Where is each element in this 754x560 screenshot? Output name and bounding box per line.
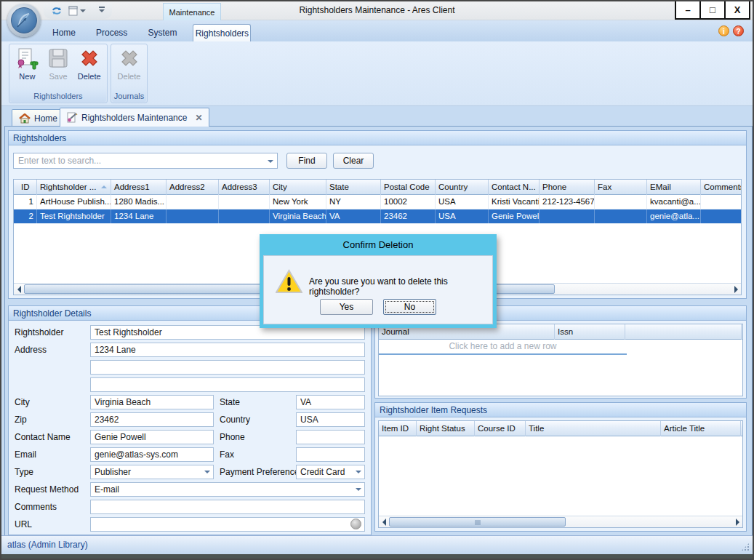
ribbon-group-rightsholders: New Save Delete Rightshold <box>9 44 108 103</box>
chevron-down-icon[interactable] <box>356 471 361 476</box>
delete-x-icon <box>78 47 101 70</box>
no-button[interactable]: No <box>383 299 436 315</box>
table-cell <box>219 209 270 224</box>
fax-field[interactable] <box>296 447 365 462</box>
save-button[interactable]: Save <box>44 47 73 90</box>
refresh-icon[interactable] <box>51 6 63 16</box>
request-method-label: Request Method <box>15 482 79 497</box>
tab-home[interactable]: Home <box>12 109 65 127</box>
request-method-combobox[interactable] <box>90 482 365 497</box>
add-new-row[interactable]: Click here to add a new row <box>379 340 627 353</box>
url-field[interactable] <box>90 517 365 532</box>
new-button[interactable]: New <box>12 47 42 90</box>
yes-button[interactable]: Yes <box>320 299 373 315</box>
scroll-right-icon[interactable] <box>732 517 742 527</box>
title-bar: Rightsholders Maintenance - Ares Client … <box>1 1 753 20</box>
tab-rightsholders-maintenance[interactable]: Rightsholders Maintenance ✕ <box>60 108 209 127</box>
ares-bow-logo-icon <box>11 7 37 33</box>
column-header[interactable]: Country <box>436 180 489 195</box>
grid-header-row: IDRightsholder ...Address1Address2Addres… <box>14 180 741 195</box>
phone-field[interactable] <box>296 430 365 444</box>
help-icon[interactable]: ? <box>733 25 744 36</box>
email-field[interactable] <box>90 447 214 462</box>
zip-field[interactable] <box>90 412 214 427</box>
column-header[interactable]: Right Status <box>417 421 475 436</box>
info-icon[interactable]: i <box>718 25 729 36</box>
country-label: Country <box>220 412 250 427</box>
scroll-left-icon[interactable] <box>379 517 389 527</box>
request-method-field[interactable] <box>90 482 365 497</box>
search-input[interactable] <box>14 153 277 168</box>
search-combobox[interactable] <box>13 153 278 169</box>
column-header[interactable]: Phone <box>540 180 595 195</box>
ribbon-group-journals: Delete Journals <box>111 44 148 103</box>
ribbon-tab-home[interactable]: Home <box>42 24 86 41</box>
table-row[interactable]: 1ArtHouse Publish...1280 Madis...New Yor… <box>14 195 741 209</box>
horizontal-scrollbar[interactable] <box>379 516 742 527</box>
column-header[interactable]: EMail <box>647 180 701 195</box>
delete-rightsholder-button[interactable]: Delete <box>74 47 104 90</box>
table-cell <box>540 209 595 224</box>
payment-preference-combobox[interactable] <box>296 465 365 479</box>
chevron-down-icon[interactable] <box>356 488 361 494</box>
comments-field[interactable] <box>90 500 365 514</box>
city-field[interactable] <box>90 395 214 409</box>
state-label: State <box>220 395 240 409</box>
state-field[interactable] <box>296 395 365 409</box>
column-header[interactable]: Fax <box>595 180 647 195</box>
column-header[interactable]: ID <box>18 180 37 195</box>
chevron-down-icon[interactable] <box>268 160 273 166</box>
scroll-right-icon[interactable] <box>731 284 741 295</box>
delete-journal-button[interactable]: Delete <box>114 47 144 90</box>
window-title: Rightsholders Maintenance - Ares Client <box>1 5 753 15</box>
maximize-button[interactable]: □ <box>699 1 726 20</box>
application-menu-button[interactable] <box>7 4 41 37</box>
column-header[interactable]: Address1 <box>111 180 167 195</box>
minimize-button[interactable]: – <box>675 1 701 20</box>
column-header[interactable]: Title <box>526 421 661 436</box>
customize-qat-icon[interactable] <box>99 7 105 15</box>
type-combobox[interactable] <box>90 465 214 479</box>
ribbon-tab-process[interactable]: Process <box>86 24 137 41</box>
table-cell: USA <box>436 209 489 224</box>
column-header[interactable]: Address2 <box>167 180 219 195</box>
column-header[interactable]: City <box>270 180 326 195</box>
close-button[interactable]: X <box>724 1 750 20</box>
table-cell: 1 <box>18 195 37 209</box>
column-header[interactable]: Course ID <box>475 421 526 436</box>
rightsholder-maintenance-icon <box>67 112 78 123</box>
column-header[interactable]: Contact N... <box>489 180 540 195</box>
column-header[interactable] <box>625 324 742 340</box>
new-item-button[interactable] <box>68 6 86 16</box>
chevron-down-icon[interactable] <box>204 471 210 476</box>
column-header[interactable]: Article Title <box>661 421 741 436</box>
column-header[interactable]: Issn <box>555 324 625 340</box>
resize-grip[interactable] <box>741 543 750 551</box>
country-field[interactable] <box>296 412 365 427</box>
new-certificate-icon <box>15 47 39 70</box>
find-button[interactable]: Find <box>286 153 327 169</box>
tab-close-icon[interactable]: ✕ <box>195 113 202 123</box>
column-header[interactable]: Item ID <box>379 421 417 436</box>
ribbon-tab-rightsholders[interactable]: Rightsholders <box>193 24 251 41</box>
open-url-globe-icon[interactable] <box>350 519 361 529</box>
table-cell: Test Rightsholder <box>37 209 111 224</box>
column-header[interactable]: Address3 <box>219 180 270 195</box>
column-header[interactable]: Rightsholder ... <box>37 180 111 195</box>
payment-preference-field[interactable] <box>296 465 365 479</box>
scrollbar-thumb[interactable] <box>389 517 566 527</box>
payment-preference-label: Payment Preference <box>220 465 299 479</box>
address2-field[interactable] <box>90 360 365 375</box>
address1-field[interactable] <box>90 343 365 357</box>
scroll-left-icon[interactable] <box>14 284 24 295</box>
type-label: Type <box>15 465 33 479</box>
ribbon-tab-system[interactable]: System <box>137 24 187 41</box>
address3-field[interactable] <box>90 377 365 392</box>
column-header[interactable]: State <box>326 180 381 195</box>
type-field[interactable] <box>90 465 214 479</box>
column-header[interactable]: Postal Code <box>381 180 436 195</box>
clear-button[interactable]: Clear <box>333 153 374 169</box>
table-row[interactable]: 2Test Rightsholder1234 LaneVirginia Beac… <box>14 209 741 224</box>
contact-name-field[interactable] <box>90 430 214 444</box>
column-header[interactable]: Comments <box>701 180 742 195</box>
